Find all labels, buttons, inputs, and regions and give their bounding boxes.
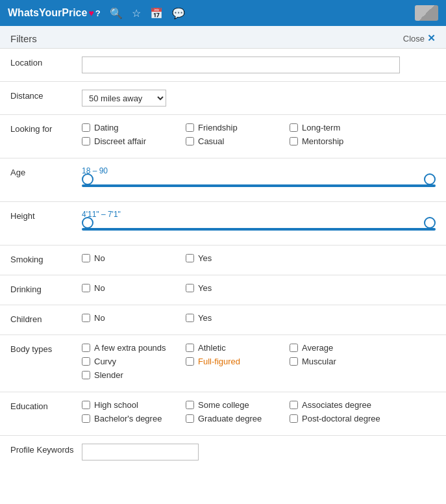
location-content: [82, 57, 436, 73]
smoking-no: No: [82, 253, 186, 263]
close-button[interactable]: Close ✕: [403, 32, 436, 44]
children-label: Children: [10, 313, 82, 324]
bt-slender-label: Slender: [94, 370, 123, 380]
drinking-yes-label: Yes: [198, 283, 212, 293]
bt-average-checkbox[interactable]: [290, 344, 298, 352]
bt-full-checkbox[interactable]: [186, 357, 194, 366]
location-input[interactable]: [82, 57, 400, 73]
casual-label: Casual: [198, 136, 224, 146]
children-yes-checkbox[interactable]: [186, 314, 194, 322]
children-no-checkbox[interactable]: [82, 314, 90, 322]
bt-athletic-label: Athletic: [198, 343, 226, 353]
casual-checkbox[interactable]: [186, 137, 194, 145]
education-row-2: Bachelor's degree Graduate degree Post-d…: [82, 414, 436, 426]
bt-muscular-checkbox[interactable]: [290, 357, 298, 366]
bt-curvy-checkbox[interactable]: [82, 357, 90, 366]
edu-bachelors-label: Bachelor's degree: [94, 414, 162, 423]
discreet-label: Discreet affair: [94, 136, 146, 146]
bt-athletic-checkbox[interactable]: [186, 344, 194, 352]
bt-full-label: Full-figured: [198, 357, 240, 366]
height-range-label: 4'11" – 7'1": [82, 210, 436, 219]
education-content: High school Some college Associates degr…: [82, 400, 436, 427]
drinking-no-label: No: [94, 283, 105, 293]
edu-highschool-label: High school: [94, 400, 138, 410]
keywords-input[interactable]: [82, 444, 199, 460]
edu-postdoc-label: Post-doctoral degree: [302, 414, 380, 423]
edu-postdoc: Post-doctoral degree: [290, 414, 393, 423]
heart-icon: ♥: [88, 8, 93, 18]
drinking-content: No Yes: [82, 283, 436, 297]
filters-title: Filters: [10, 33, 37, 44]
location-label: Location: [10, 57, 82, 68]
body-types-row-2: Curvy Full-figured Muscular: [82, 357, 436, 369]
bt-athletic: Athletic: [186, 343, 290, 353]
height-min-slider[interactable]: [82, 221, 436, 224]
calendar-icon[interactable]: 📅: [150, 7, 163, 19]
edu-highschool-checkbox[interactable]: [82, 401, 90, 409]
longterm-checkbox[interactable]: [290, 123, 298, 132]
education-label: Education: [10, 400, 82, 411]
height-row: Height 4'11" – 7'1": [0, 202, 446, 246]
checkbox-mentorship: Mentorship: [290, 136, 393, 146]
chat-icon[interactable]: 💬: [172, 7, 185, 19]
looking-for-content: Dating Friendship Long-term Discreet aff…: [82, 123, 436, 150]
friendship-label: Friendship: [198, 123, 238, 132]
drinking-row: Drinking No Yes: [0, 275, 446, 305]
bt-extra-checkbox[interactable]: [82, 344, 90, 352]
mentorship-checkbox[interactable]: [290, 137, 298, 145]
dating-checkbox[interactable]: [82, 123, 90, 132]
children-yes: Yes: [186, 313, 290, 323]
looking-for-row: Looking for Dating Friendship Long-term: [0, 115, 446, 158]
close-icon: ✕: [427, 32, 436, 44]
looking-for-label: Looking for: [10, 123, 82, 134]
filter-content: Location Distance 10 miles away 25 miles…: [0, 49, 446, 468]
age-content: 18 – 90: [82, 166, 436, 194]
discreet-checkbox[interactable]: [82, 137, 90, 145]
edu-associates: Associates degree: [290, 400, 393, 410]
nav-logo: WhatsYourPrice♥?: [8, 7, 101, 19]
distance-select[interactable]: 10 miles away 25 miles away 50 miles awa…: [82, 90, 166, 107]
edu-bachelors-checkbox[interactable]: [82, 414, 90, 423]
location-row: Location: [0, 49, 446, 82]
smoking-row: Smoking No Yes: [0, 246, 446, 275]
checkbox-friendship: Friendship: [186, 123, 290, 132]
friendship-checkbox[interactable]: [186, 123, 194, 132]
age-track: [82, 184, 436, 187]
age-min-slider[interactable]: [82, 178, 436, 181]
edu-postdoc-checkbox[interactable]: [290, 414, 298, 423]
children-no-label: No: [94, 313, 105, 323]
smoking-no-checkbox[interactable]: [82, 254, 90, 262]
drinking-no-checkbox[interactable]: [82, 284, 90, 292]
looking-for-row-1: Dating Friendship Long-term: [82, 123, 436, 135]
search-icon[interactable]: 🔍: [110, 7, 123, 19]
bt-curvy-label: Curvy: [94, 357, 116, 366]
body-types-row-3: Slender: [82, 370, 436, 383]
edu-bachelors: Bachelor's degree: [82, 414, 186, 423]
edu-somecollege-checkbox[interactable]: [186, 401, 194, 409]
edu-graduate-label: Graduate degree: [198, 414, 262, 423]
children-content: No Yes: [82, 313, 436, 327]
drinking-yes-checkbox[interactable]: [186, 284, 194, 292]
edu-graduate-checkbox[interactable]: [186, 414, 194, 423]
star-icon[interactable]: ☆: [132, 7, 141, 19]
height-max-slider[interactable]: [82, 221, 436, 224]
body-types-row: Body types A few extra pounds Athletic A…: [0, 335, 446, 392]
smoking-yes-checkbox[interactable]: [186, 254, 194, 262]
bt-slender-checkbox[interactable]: [82, 371, 90, 379]
bt-extra-label: A few extra pounds: [94, 343, 166, 353]
smoking-options: No Yes: [82, 253, 436, 266]
age-max-slider[interactable]: [82, 178, 436, 181]
height-track: [82, 228, 436, 231]
edu-somecollege-label: Some college: [198, 400, 249, 410]
keywords-label: Profile Keywords: [10, 444, 82, 455]
edu-some-college: Some college: [186, 400, 290, 410]
longterm-label: Long-term: [302, 123, 340, 132]
checkbox-discreet: Discreet affair: [82, 136, 186, 146]
distance-content: 10 miles away 25 miles away 50 miles awa…: [82, 90, 436, 107]
mentorship-label: Mentorship: [302, 136, 343, 146]
bt-curvy: Curvy: [82, 357, 186, 366]
drinking-no: No: [82, 283, 186, 293]
looking-for-row-2: Discreet affair Casual Mentorship: [82, 136, 436, 149]
age-label: Age: [10, 166, 82, 177]
edu-associates-checkbox[interactable]: [290, 401, 298, 409]
